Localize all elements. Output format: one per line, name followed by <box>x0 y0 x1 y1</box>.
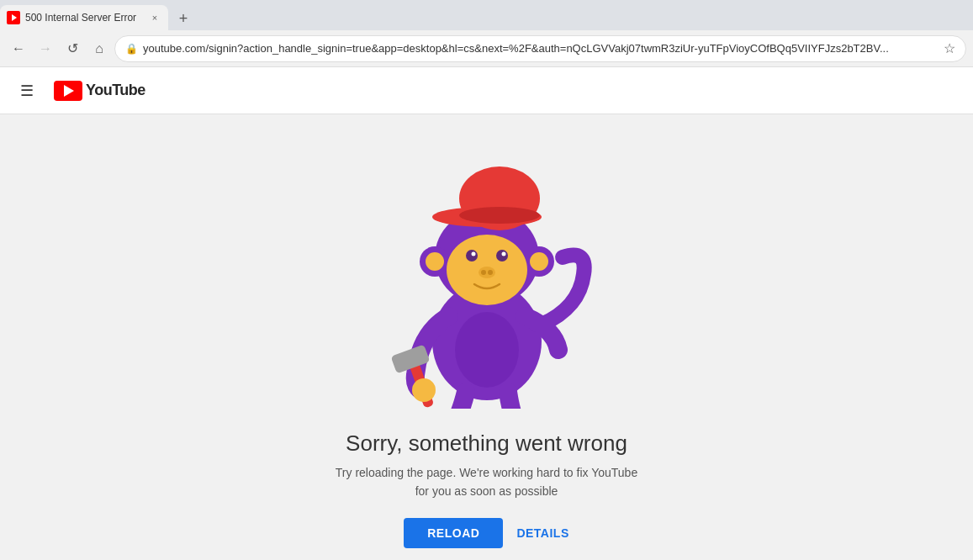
navigation-bar: ← → ↺ ⌂ 🔒 youtube.com/signin?action_hand… <box>0 30 973 67</box>
youtube-logo-text: YouTube <box>86 82 145 99</box>
url-text: youtube.com/signin?action_handle_signin=… <box>143 42 939 55</box>
svg-point-13 <box>466 250 478 262</box>
youtube-logo[interactable]: YouTube <box>54 81 145 101</box>
reload-button[interactable]: ↺ <box>61 37 84 61</box>
error-subtitle: Try reloading the page. We're working ha… <box>336 463 637 501</box>
svg-point-3 <box>455 312 519 388</box>
forward-button[interactable]: → <box>34 37 57 61</box>
svg-point-25 <box>412 378 436 402</box>
lock-icon: 🔒 <box>125 43 138 55</box>
svg-point-11 <box>530 252 548 271</box>
error-content: Sorry, something went wrong Try reloadin… <box>0 114 973 560</box>
youtube-page: ☰ YouTube <box>0 67 973 560</box>
home-button[interactable]: ⌂ <box>87 37 111 61</box>
youtube-logo-icon <box>54 81 82 101</box>
svg-point-22 <box>459 207 540 224</box>
error-buttons: RELOAD DETAILS <box>404 518 568 548</box>
reload-button[interactable]: RELOAD <box>404 518 503 548</box>
error-subtitle-line1: Try reloading the page. We're working ha… <box>336 466 637 479</box>
error-title: Sorry, something went wrong <box>346 431 627 457</box>
browser-chrome: 500 Internal Server Error × + ← → ↺ ⌂ 🔒 … <box>0 0 973 67</box>
svg-point-16 <box>501 252 505 256</box>
monkey-illustration <box>378 148 596 417</box>
address-bar[interactable]: 🔒 youtube.com/signin?action_handle_signi… <box>114 35 966 62</box>
svg-point-18 <box>481 270 486 275</box>
back-button[interactable]: ← <box>7 37 30 61</box>
tab-close-button[interactable]: × <box>148 11 161 24</box>
svg-point-14 <box>496 250 508 262</box>
menu-button[interactable]: ☰ <box>13 75 40 107</box>
new-tab-button[interactable]: + <box>172 7 195 30</box>
youtube-play-triangle <box>64 85 74 97</box>
tab-favicon <box>7 11 20 24</box>
svg-point-19 <box>488 270 493 275</box>
details-button[interactable]: DETAILS <box>516 526 568 540</box>
bookmark-star-icon[interactable]: ☆ <box>944 40 955 56</box>
error-subtitle-line2: for you as soon as possible <box>415 484 558 498</box>
svg-point-15 <box>471 252 475 256</box>
svg-point-9 <box>426 252 444 271</box>
active-tab[interactable]: 500 Internal Server Error × <box>0 5 168 30</box>
tab-bar: 500 Internal Server Error × + <box>0 0 973 30</box>
youtube-header: ☰ YouTube <box>0 67 973 114</box>
tab-title: 500 Internal Server Error <box>25 12 143 24</box>
